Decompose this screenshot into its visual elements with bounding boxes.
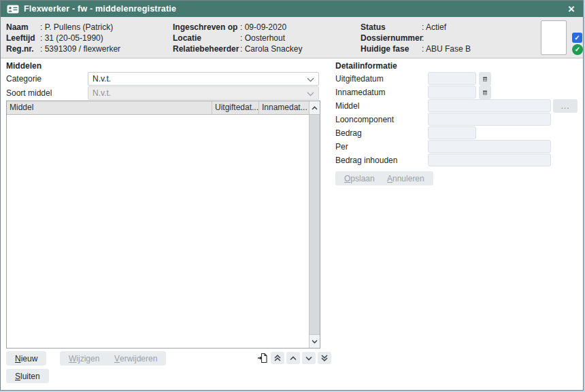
- uitgiftedatum-input[interactable]: [428, 72, 476, 85]
- field-value: : ABU Fase B: [422, 43, 471, 54]
- bedrag-input[interactable]: [428, 126, 476, 139]
- uitgiftedatum-label: Uitgiftedatum: [335, 72, 384, 86]
- wijzigen-button[interactable]: Wijzigen: [60, 351, 108, 366]
- scrollbar-thumb[interactable]: [310, 114, 320, 335]
- per-input[interactable]: [428, 140, 551, 153]
- middel-input[interactable]: [428, 99, 551, 112]
- photo-placeholder: [541, 20, 567, 55]
- field-label: Ingeschreven op: [173, 22, 240, 33]
- window-title: Flexwerker - fw - middelenregistratie: [24, 4, 176, 14]
- nieuw-button[interactable]: Nieuw: [6, 351, 46, 366]
- field-value: : 5391309 / flexwerker: [40, 43, 120, 54]
- move-down-icon[interactable]: [302, 352, 316, 364]
- column-header-innamedatum[interactable]: Innamedat...: [259, 101, 309, 114]
- innamedatum-label: Innamedatum: [335, 86, 385, 99]
- detail-section-title: Detailinformatie: [335, 61, 397, 71]
- field-value: : Oosterhout: [240, 33, 285, 43]
- field-label: Status: [361, 22, 422, 33]
- header-column-registration: Ingeschreven op: 09-09-2020 Locatie: Oos…: [173, 22, 302, 54]
- categorie-label: Categorie: [6, 72, 41, 86]
- blue-checkbox-icon: ✓: [572, 33, 582, 43]
- main-area: Middelen Categorie N.v.t. Soort middel N…: [1, 58, 583, 390]
- uitgiftedatum-calendar-icon[interactable]: [479, 72, 491, 86]
- move-up-icon[interactable]: [286, 352, 300, 364]
- middel-label: Middel: [335, 99, 359, 113]
- chevron-down-icon: [307, 77, 314, 82]
- scroll-down-icon[interactable]: [310, 335, 320, 348]
- innamedatum-calendar-icon[interactable]: [479, 86, 491, 99]
- scroll-up-icon[interactable]: [310, 101, 320, 114]
- field-value: : Carola Snackey: [240, 43, 302, 54]
- field-label: Dossiernummer: [361, 33, 422, 43]
- field-value: : Actief: [422, 22, 446, 33]
- field-value: : P. Pullens (Patrick): [40, 22, 113, 33]
- field-label: Huidige fase: [361, 43, 422, 54]
- bedrag-inhouden-label: Bedrag inhouden: [335, 154, 397, 167]
- field-value: : 31 (20-05-1990): [40, 33, 103, 43]
- soort-middel-select[interactable]: N.v.t.: [88, 86, 319, 100]
- field-label: Naam: [6, 22, 40, 33]
- looncomponent-input[interactable]: [428, 113, 551, 126]
- looncomponent-label: Looncomponent: [335, 113, 394, 126]
- sluiten-button[interactable]: Sluiten: [6, 369, 49, 383]
- column-header-uitgiftedatum[interactable]: Uitgiftedat...: [212, 101, 259, 114]
- bedrag-label: Bedrag: [335, 126, 362, 140]
- middelen-table: Middel Uitgiftedat... Innamedat...: [6, 101, 320, 349]
- move-last-icon[interactable]: [318, 352, 331, 364]
- person-info-header: Naam: P. Pullens (Patrick) Leeftijd: 31 …: [1, 17, 583, 58]
- goto-record-page-icon[interactable]: [256, 353, 269, 364]
- header-column-status: Status: Actief Dossiernummer: Huidige fa…: [361, 22, 471, 54]
- table-header-row: Middel Uitgiftedat... Innamedat...: [7, 101, 309, 115]
- categorie-select[interactable]: N.v.t.: [88, 72, 319, 86]
- field-value: : 09-09-2020: [240, 22, 286, 33]
- field-label: Leeftijd: [6, 33, 40, 43]
- middel-browse-button[interactable]: ...: [553, 99, 578, 113]
- header-column-person: Naam: P. Pullens (Patrick) Leeftijd: 31 …: [6, 22, 120, 54]
- bedrag-inhouden-input[interactable]: [428, 154, 551, 166]
- categorie-selected-value: N.v.t.: [93, 74, 111, 84]
- field-label: Locatie: [173, 33, 240, 43]
- opslaan-button[interactable]: Opslaan: [335, 171, 384, 185]
- annuleren-button[interactable]: Annuleren: [378, 171, 433, 185]
- middelen-section-title: Middelen: [6, 61, 41, 71]
- innamedatum-input[interactable]: [428, 86, 476, 99]
- close-icon[interactable]: ✕: [566, 4, 577, 14]
- record-navigation: [256, 352, 331, 364]
- soort-middel-label: Soort middel: [6, 86, 52, 100]
- chevron-down-icon: [307, 92, 314, 96]
- per-label: Per: [335, 140, 348, 154]
- field-value: :: [422, 33, 424, 43]
- soort-middel-selected-value: N.v.t.: [93, 88, 111, 98]
- move-first-icon[interactable]: [271, 352, 284, 364]
- table-scrollbar[interactable]: [309, 101, 320, 348]
- verwijderen-button[interactable]: Verwijderen: [105, 351, 166, 366]
- flexwerker-window: Flexwerker - fw - middelenregistratie ✕ …: [0, 0, 584, 391]
- id-card-icon: [7, 5, 19, 14]
- field-label: Reg.nr.: [6, 43, 40, 54]
- titlebar: Flexwerker - fw - middelenregistratie ✕: [1, 1, 583, 17]
- column-header-middel[interactable]: Middel: [7, 101, 212, 114]
- green-check-icon: ✓: [572, 44, 583, 55]
- field-label: Relatiebeheerder: [173, 43, 240, 54]
